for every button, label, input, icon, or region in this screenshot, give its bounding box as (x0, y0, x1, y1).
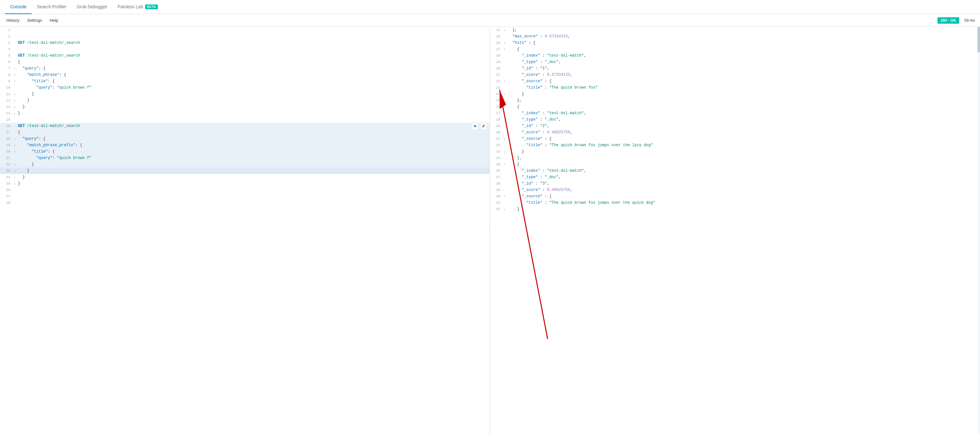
table-row: 5 GET /test-dsl-match/_search (0, 53, 490, 59)
tab-painless-lab[interactable]: Painless Lab BETA (113, 0, 163, 14)
table-row: 18 ▾ "query": { (0, 135, 490, 142)
table-row: 29 "_id" : "2", (490, 123, 980, 129)
table-row: 28 (0, 199, 490, 206)
timing-badge: 59 ms (964, 18, 975, 23)
table-row: 34 }, (490, 155, 980, 161)
table-row: 15 "max_score" : 0.67334133, (490, 33, 980, 40)
table-row: 21 "_score" : 0.67334133, (490, 72, 980, 78)
table-row: 18 "_index" : "test-dsl-match", (490, 53, 980, 59)
table-row: 36 "_index" : "test-dsl-match", (490, 167, 980, 174)
tab-grok-debugger[interactable]: Grok Debugger (72, 0, 113, 14)
table-row: 12 ▴ } (0, 97, 490, 104)
table-row: 24 ▴ } (0, 174, 490, 180)
table-row: 32 "title" : "The quick brown fox jumps … (490, 142, 980, 148)
table-row: 27 (0, 193, 490, 199)
table-row: 25 ▴ } (0, 180, 490, 187)
table-row: 24 ▴ } (490, 91, 980, 97)
editor-code-lines: 1 2 3 GET /test-dsl-match/_search (0, 27, 490, 206)
table-row: 31 ▾ "_source" : { (490, 135, 980, 142)
table-row: 13 ▴ } (0, 104, 490, 110)
table-row: 23 "title" : "The quick brown fox" (490, 84, 980, 91)
table-row: 7 ▾ "query": { (0, 65, 490, 72)
table-row: 28 "_type" : "_doc", (490, 116, 980, 123)
table-row: 25 }, (490, 97, 980, 104)
table-row: 21 "query": "quick brown f" (0, 155, 490, 161)
line-actions (472, 123, 487, 129)
beta-badge: BETA (145, 5, 158, 9)
output-content[interactable]: 14 ▴ }, 15 "max_score" : 0.67334133, 16 … (490, 27, 980, 435)
table-row: 2 (0, 33, 490, 40)
status-area: 200 - OK 59 ms (937, 17, 975, 24)
table-row: 17 ▾ { (490, 46, 980, 53)
top-nav: Console Search Profiler Grok Debugger Pa… (0, 0, 980, 14)
table-row: 27 "_index" : "test-dsl-match", (490, 110, 980, 116)
output-code-lines: 14 ▴ }, 15 "max_score" : 0.67334133, 16 … (490, 27, 980, 212)
table-row: 22 ▴ } (0, 161, 490, 167)
table-row: 6 { (0, 59, 490, 65)
svg-marker-0 (474, 125, 477, 127)
table-row: 20 "_id" : "1", (490, 65, 980, 72)
editor-content[interactable]: 1 2 3 GET /test-dsl-match/_search (0, 27, 490, 435)
table-row: 33 ▴ } (490, 148, 980, 155)
table-row: 38 "_id" : "3", (490, 180, 980, 187)
run-button[interactable] (472, 123, 479, 129)
table-row: 35 ▾ { (490, 161, 980, 167)
table-row: 37 "_type" : "_doc", (490, 174, 980, 180)
table-row: 10 "query": "quick brown f" (0, 84, 490, 91)
table-row: 22 ▾ "_source" : { (490, 78, 980, 84)
toolbar-left: History Settings Help (5, 17, 59, 23)
table-row: 16 GET /test-dsl-match/_search (0, 123, 490, 129)
toolbar: History Settings Help 200 - OK 59 ms (0, 14, 980, 27)
status-badge: 200 - OK (937, 17, 959, 24)
table-row: 4 (0, 46, 490, 53)
tab-search-profiler[interactable]: Search Profiler (32, 0, 72, 14)
table-row: 26 ▾ { (490, 104, 980, 110)
table-row: 19 "_type" : "_doc", (490, 59, 980, 65)
table-row: 16 ▾ "hits" : [ (490, 40, 980, 46)
table-row: 1 (0, 27, 490, 33)
tab-console[interactable]: Console (5, 0, 32, 14)
settings-button[interactable]: Settings (25, 17, 43, 23)
table-row: 20 ▾ "title": { (0, 148, 490, 155)
output-pane: 14 ▴ }, 15 "max_score" : 0.67334133, 16 … (490, 27, 980, 435)
table-row: 14 ▴ } (0, 110, 490, 116)
table-row: 39 "_score" : 0.49025756, (490, 187, 980, 193)
table-row: 30 "_score" : 0.49025756, (490, 129, 980, 135)
table-row: 3 GET /test-dsl-match/_search (0, 40, 490, 46)
output-scrollbar[interactable] (977, 27, 980, 435)
table-row: 26 (0, 187, 490, 193)
table-row: 19 ▾ "match_phrase_prefix": { (0, 142, 490, 148)
table-row: 40 ▾ "_source" : { (490, 193, 980, 199)
table-row: 23 ▴ } (0, 167, 490, 174)
table-row: 42 ▴ } (490, 206, 980, 212)
table-row: 17 { (0, 129, 490, 135)
table-row: 15 (0, 116, 490, 123)
table-row: 14 ▴ }, (490, 27, 980, 33)
table-row: 9 ▾ "title": { (0, 78, 490, 84)
table-row: 11 ▴ } (0, 91, 490, 97)
wrench-button[interactable] (480, 123, 487, 129)
main-area: 1 2 3 GET /test-dsl-match/_search (0, 27, 980, 435)
table-row: 8 ▾ "match_phrase": { (0, 72, 490, 78)
history-button[interactable]: History (5, 17, 21, 23)
help-button[interactable]: Help (48, 17, 59, 23)
table-row: 41 "title" : "The quick brown fox jumps … (490, 199, 980, 206)
scrollbar-thumb[interactable] (977, 27, 980, 53)
editor-pane: 1 2 3 GET /test-dsl-match/_search (0, 27, 490, 435)
